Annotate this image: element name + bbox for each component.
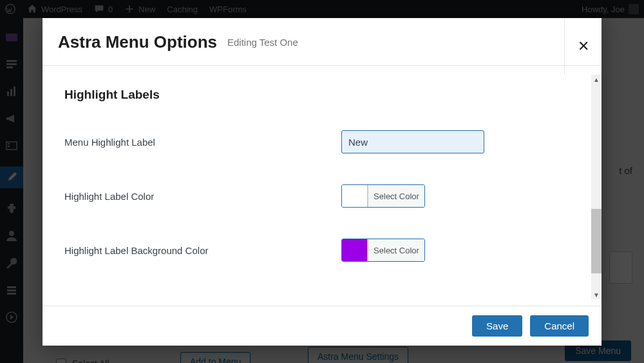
save-button[interactable]: Save <box>472 315 522 337</box>
scrollbar-thumb[interactable] <box>591 209 601 273</box>
field-label-bg-color: Highlight Label Background Color Select … <box>64 239 580 262</box>
modal-scrollbar[interactable]: ▲ ▼ <box>591 75 601 299</box>
label-color-label: Highlight Label Color <box>64 191 341 202</box>
astra-menu-options-modal: Astra Menu Options Editing Test One ✕ Hi… <box>43 18 601 346</box>
modal-header: Astra Menu Options Editing Test One ✕ <box>43 18 601 66</box>
modal-subtitle: Editing Test One <box>227 37 298 48</box>
section-title: Highlight Labels <box>64 88 580 102</box>
modal-title: Astra Menu Options <box>58 32 217 52</box>
label-bg-color-label: Highlight Label Background Color <box>64 245 341 256</box>
label-color-button[interactable]: Select Color <box>368 185 424 207</box>
highlight-label-label: Menu Highlight Label <box>64 137 341 148</box>
label-bg-color-button[interactable]: Select Color <box>368 239 424 261</box>
label-bg-color-picker[interactable]: Select Color <box>341 239 425 262</box>
label-color-swatch <box>342 185 368 207</box>
scroll-down-arrow[interactable]: ▼ <box>593 291 600 298</box>
field-highlight-label: Menu Highlight Label <box>64 130 580 153</box>
modal-footer: Save Cancel <box>43 306 601 346</box>
label-bg-color-swatch <box>342 239 368 261</box>
modal-body: Highlight Labels Menu Highlight Label Hi… <box>43 66 601 306</box>
close-icon: ✕ <box>578 38 589 55</box>
scroll-up-arrow[interactable]: ▲ <box>593 76 600 83</box>
cancel-button[interactable]: Cancel <box>530 315 589 337</box>
highlight-label-input[interactable] <box>341 130 484 153</box>
field-label-color: Highlight Label Color Select Color <box>64 184 580 208</box>
label-color-picker[interactable]: Select Color <box>341 184 425 208</box>
